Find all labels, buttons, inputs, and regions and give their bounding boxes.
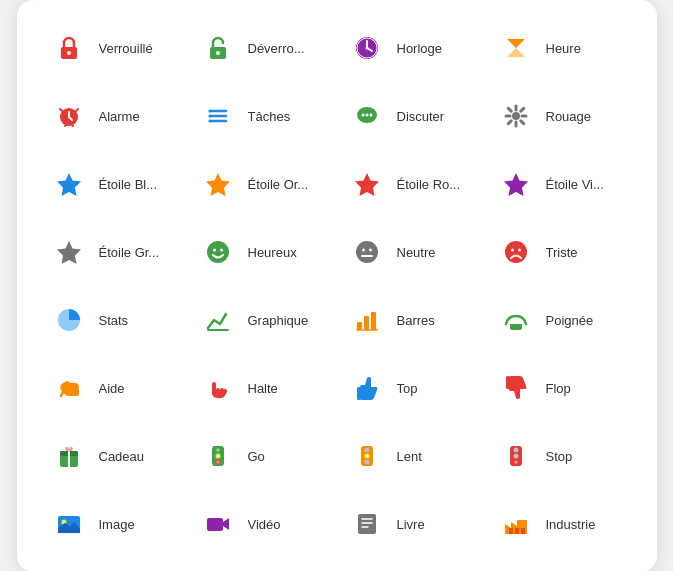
svg-point-8: [365, 47, 368, 50]
svg-marker-24: [206, 173, 230, 196]
svg-point-31: [356, 241, 378, 263]
poignee-label: Poignée: [546, 313, 594, 328]
halte-label: Halte: [248, 381, 278, 396]
item-stats[interactable]: Stats: [41, 290, 186, 350]
top-label: Top: [397, 381, 418, 396]
verrouille-label: Verrouillé: [99, 41, 153, 56]
image-label: Image: [99, 517, 135, 532]
svg-point-29: [213, 249, 216, 252]
svg-point-50: [216, 449, 219, 452]
video-icon: [198, 504, 238, 544]
aide-label: Aide: [99, 381, 125, 396]
svg-point-56: [364, 448, 369, 453]
item-aide[interactable]: Aide: [41, 358, 186, 418]
taches-icon: [198, 96, 238, 136]
triste-icon: [496, 232, 536, 272]
item-poignee[interactable]: Poignée: [488, 290, 633, 350]
svg-rect-43: [357, 387, 361, 400]
taches-label: Tâches: [248, 109, 291, 124]
etoile-vi-label: Étoile Vi...: [546, 177, 604, 192]
etoile-bl-label: Étoile Bl...: [99, 177, 158, 192]
svg-rect-67: [207, 518, 223, 531]
poignee-icon: [496, 300, 536, 340]
halte-icon: [198, 368, 238, 408]
flop-icon: [496, 368, 536, 408]
svg-rect-72: [509, 528, 513, 534]
item-flop[interactable]: Flop: [488, 358, 633, 418]
lent-icon: [347, 436, 387, 476]
item-etoile-ro[interactable]: Étoile Ro...: [339, 154, 484, 214]
etoile-or-label: Étoile Or...: [248, 177, 309, 192]
livre-label: Livre: [397, 517, 425, 532]
barres-icon: [347, 300, 387, 340]
video-label: Vidéo: [248, 517, 281, 532]
item-taches[interactable]: Tâches: [190, 86, 335, 146]
cadeau-icon: [49, 436, 89, 476]
item-halte[interactable]: Halte: [190, 358, 335, 418]
item-cadeau[interactable]: Cadeau: [41, 426, 186, 486]
heureux-icon: [198, 232, 238, 272]
item-discuter[interactable]: Discuter: [339, 86, 484, 146]
deverro-label: Déverro...: [248, 41, 305, 56]
item-industrie[interactable]: Industrie: [488, 494, 633, 554]
image-icon: [49, 504, 89, 544]
rouage-icon: [496, 96, 536, 136]
svg-rect-39: [357, 322, 362, 330]
svg-point-61: [513, 448, 518, 453]
heure-label: Heure: [546, 41, 581, 56]
rouage-label: Rouage: [546, 109, 592, 124]
svg-point-59: [364, 460, 369, 465]
svg-point-28: [207, 241, 229, 263]
item-graphique[interactable]: Graphique: [190, 290, 335, 350]
svg-point-22: [512, 112, 520, 120]
item-heure[interactable]: Heure: [488, 18, 633, 78]
item-etoile-or[interactable]: Étoile Or...: [190, 154, 335, 214]
item-go[interactable]: Go: [190, 426, 335, 486]
svg-rect-68: [358, 514, 376, 534]
top-icon: [347, 368, 387, 408]
item-etoile-bl[interactable]: Étoile Bl...: [41, 154, 186, 214]
item-image[interactable]: Image: [41, 494, 186, 554]
svg-point-13: [208, 110, 211, 113]
item-barres[interactable]: Barres: [339, 290, 484, 350]
icon-grid-card: VerrouilléDéverro...HorlogeHeureAlarmeTâ…: [17, 0, 657, 571]
deverro-icon: [198, 28, 238, 68]
item-lent[interactable]: Lent: [339, 426, 484, 486]
svg-point-21: [369, 114, 372, 117]
alarme-label: Alarme: [99, 109, 140, 124]
svg-rect-40: [364, 316, 369, 330]
neutre-icon: [347, 232, 387, 272]
item-etoile-vi[interactable]: Étoile Vi...: [488, 154, 633, 214]
barres-label: Barres: [397, 313, 435, 328]
item-alarme[interactable]: Alarme: [41, 86, 186, 146]
item-etoile-gr[interactable]: Étoile Gr...: [41, 222, 186, 282]
cadeau-label: Cadeau: [99, 449, 145, 464]
item-top[interactable]: Top: [339, 358, 484, 418]
svg-marker-27: [57, 241, 81, 264]
item-triste[interactable]: Triste: [488, 222, 633, 282]
heure-icon: [496, 28, 536, 68]
svg-point-32: [362, 249, 365, 252]
discuter-label: Discuter: [397, 109, 445, 124]
stop-label: Stop: [546, 449, 573, 464]
item-deverro[interactable]: Déverro...: [190, 18, 335, 78]
item-video[interactable]: Vidéo: [190, 494, 335, 554]
industrie-label: Industrie: [546, 517, 596, 532]
item-livre[interactable]: Livre: [339, 494, 484, 554]
item-stop[interactable]: Stop: [488, 426, 633, 486]
svg-point-54: [216, 461, 219, 464]
item-verrouille[interactable]: Verrouillé: [41, 18, 186, 78]
svg-point-52: [216, 455, 219, 458]
svg-point-15: [208, 115, 211, 118]
icon-grid: VerrouilléDéverro...HorlogeHeureAlarmeTâ…: [41, 18, 633, 554]
item-heureux[interactable]: Heureux: [190, 222, 335, 282]
graphique-icon: [198, 300, 238, 340]
svg-marker-26: [504, 173, 528, 196]
neutre-label: Neutre: [397, 245, 436, 260]
item-rouage[interactable]: Rouage: [488, 86, 633, 146]
etoile-or-icon: [198, 164, 238, 204]
horloge-label: Horloge: [397, 41, 443, 56]
item-neutre[interactable]: Neutre: [339, 222, 484, 282]
item-horloge[interactable]: Horloge: [339, 18, 484, 78]
svg-point-35: [505, 241, 527, 263]
